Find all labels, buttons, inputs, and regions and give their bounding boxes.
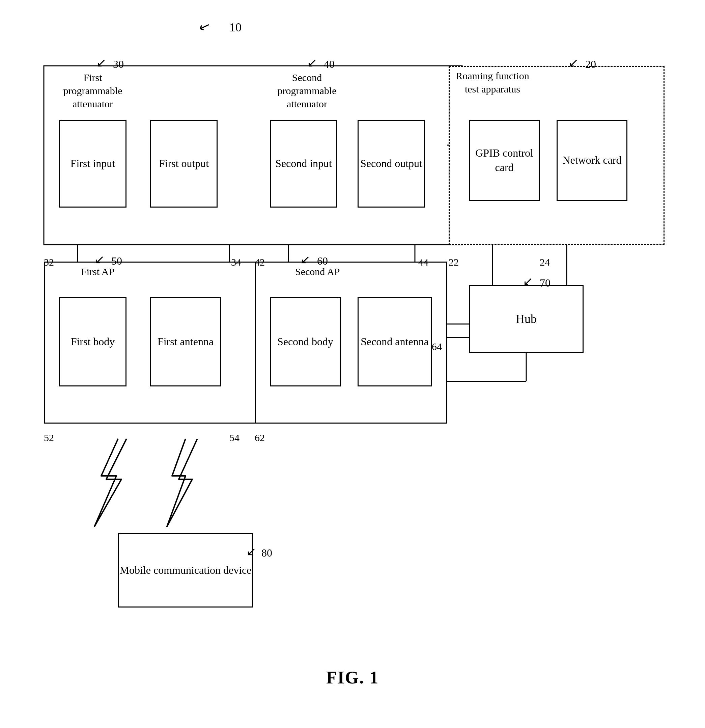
- first-atten-label: First programmable attenuator: [59, 71, 127, 110]
- arrow-30: ↙: [96, 56, 106, 70]
- arrow-20: ↙: [568, 56, 578, 70]
- second-antenna-label: Second antenna: [360, 334, 429, 349]
- callout-52: 52: [44, 432, 54, 443]
- second-input-label: Second input: [275, 156, 332, 171]
- gpib-card-label: GPIB control card: [470, 146, 539, 175]
- arrow-70: ↙: [523, 274, 533, 289]
- callout-62: 62: [255, 432, 265, 443]
- callout-34: 34: [231, 257, 241, 268]
- callout-24: 24: [540, 257, 550, 268]
- callout-22: 22: [448, 257, 459, 268]
- label-40: 40: [324, 58, 334, 71]
- first-input-label: First input: [71, 156, 115, 171]
- callout-54: 54: [229, 432, 239, 443]
- second-output-box: Second output: [358, 120, 425, 208]
- second-atten-label: Second programmable attenuator: [270, 71, 344, 110]
- lightning-svg: [68, 432, 287, 533]
- network-card-label: Network card: [562, 153, 621, 168]
- first-output-label: First output: [159, 156, 209, 171]
- arrow-80: ↙: [246, 545, 257, 559]
- mobile-device-box: Mobile communication device: [118, 533, 253, 608]
- callout-44: 44: [418, 257, 428, 268]
- hub-label: Hub: [516, 312, 537, 326]
- second-output-label: Second output: [360, 156, 422, 171]
- callout-42: 42: [255, 257, 265, 268]
- label-20: 20: [585, 58, 596, 71]
- first-antenna-box: First antenna: [150, 297, 221, 386]
- label-70: 70: [540, 277, 551, 289]
- callout-64: 64: [432, 341, 442, 352]
- first-ap-label: First AP: [81, 265, 114, 278]
- label-80: 80: [261, 547, 272, 559]
- second-body-label: Second body: [277, 334, 333, 349]
- arrow-50: ↙: [94, 253, 105, 267]
- second-body-box: Second body: [270, 297, 341, 386]
- title-number: 10: [229, 20, 242, 35]
- network-card-box: Network card: [557, 120, 627, 201]
- second-antenna-box: Second antenna: [358, 297, 432, 386]
- title-arrow: ↙: [197, 17, 213, 36]
- first-body-label: First body: [71, 334, 115, 349]
- diagram: 10 ↙ Roaming function test apparatus 20 …: [0, 0, 705, 728]
- label-60: 60: [317, 255, 328, 267]
- roaming-apparatus-label: Roaming function test apparatus: [454, 69, 531, 95]
- fig-label: FIG. 1: [326, 667, 379, 688]
- hub-box: Hub: [469, 285, 584, 353]
- first-body-box: First body: [59, 297, 127, 386]
- gpib-card-box: GPIB control card: [469, 120, 540, 201]
- first-input-box: First input: [59, 120, 127, 208]
- arrow-40: ↙: [307, 56, 317, 70]
- first-output-box: First output: [150, 120, 218, 208]
- label-30: 30: [113, 58, 124, 71]
- second-input-box: Second input: [270, 120, 337, 208]
- label-50: 50: [111, 255, 122, 267]
- mobile-device-label: Mobile communication device: [120, 563, 252, 578]
- callout-32: 32: [44, 257, 54, 268]
- first-antenna-label: First antenna: [157, 334, 213, 349]
- arrow-60: ↙: [300, 253, 310, 267]
